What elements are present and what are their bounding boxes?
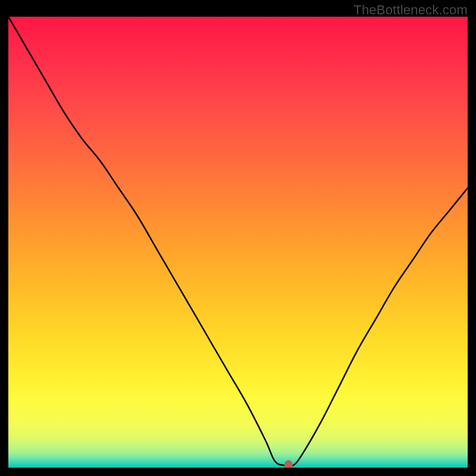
gradient-background (8, 17, 468, 468)
chart-svg (8, 17, 468, 468)
bottleneck-chart (8, 17, 468, 468)
watermark-text: TheBottleneck.com (353, 2, 468, 18)
